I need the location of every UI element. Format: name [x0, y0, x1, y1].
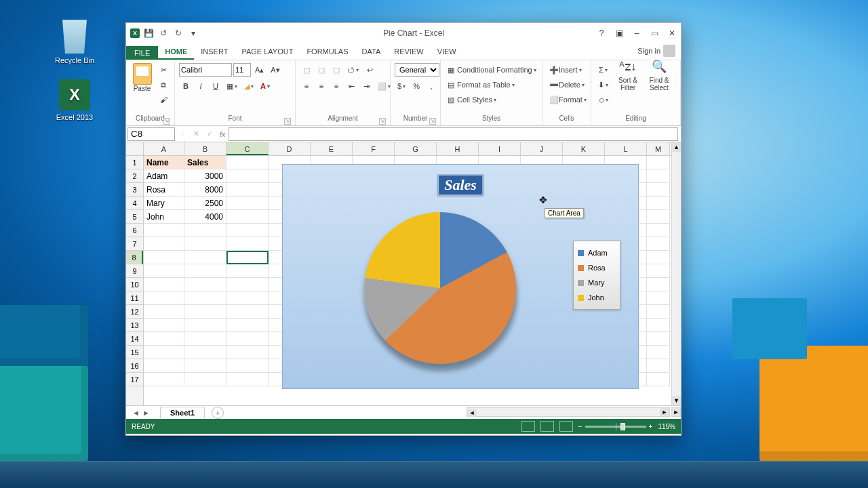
sign-in[interactable]: Sign in	[632, 42, 681, 60]
row-header[interactable]: 14	[126, 332, 143, 346]
cell[interactable]: Sales	[184, 156, 226, 169]
zoom-out-button[interactable]: −	[578, 423, 583, 430]
scroll-left-icon[interactable]: ◄	[467, 409, 477, 417]
row-header[interactable]: 11	[126, 291, 143, 305]
cell[interactable]	[647, 156, 670, 169]
fill-color-button[interactable]: ◢	[241, 79, 256, 93]
cell[interactable]	[184, 251, 226, 264]
cell-styles-button[interactable]: ▧Cell Styles	[445, 93, 540, 106]
alignment-dialog-icon[interactable]: ⇲	[379, 118, 386, 125]
cell[interactable]	[144, 264, 184, 278]
decrease-indent-button[interactable]: ⇤	[344, 79, 358, 93]
format-as-table-button[interactable]: ▤Format as Table	[445, 78, 540, 92]
cell[interactable]	[647, 210, 670, 224]
cell[interactable]	[226, 224, 269, 237]
sort-filter-button[interactable]: ᴬᴢ↓ Sort & Filter	[614, 63, 642, 92]
align-left-button[interactable]: ≡	[300, 79, 313, 93]
percent-button[interactable]: %	[410, 79, 423, 93]
cell[interactable]	[184, 346, 226, 359]
legend-item[interactable]: Rosa	[578, 260, 616, 275]
cell[interactable]	[184, 373, 226, 386]
cell[interactable]	[647, 237, 670, 251]
cell[interactable]	[647, 319, 670, 332]
cell[interactable]	[226, 237, 269, 251]
cell[interactable]: 8000	[184, 183, 226, 197]
align-top-button[interactable]: ⬚	[300, 63, 313, 77]
column-header[interactable]: K	[563, 142, 605, 155]
cell[interactable]: Name	[144, 156, 184, 169]
cell[interactable]	[144, 278, 184, 291]
cell[interactable]	[647, 169, 670, 183]
cell[interactable]	[184, 224, 226, 237]
cell[interactable]: Rosa	[144, 183, 184, 197]
cell[interactable]	[647, 305, 670, 319]
scroll-right-icon[interactable]: ►	[660, 408, 669, 416]
column-header[interactable]: I	[479, 142, 521, 155]
font-name-input[interactable]	[179, 63, 232, 77]
row-header[interactable]: 5	[126, 210, 143, 224]
column-header[interactable]: G	[395, 142, 437, 155]
minimize-button[interactable]: –	[628, 25, 646, 41]
cell[interactable]	[226, 264, 269, 278]
row-header[interactable]: 16	[126, 359, 143, 373]
cell[interactable]	[226, 156, 269, 169]
legend-item[interactable]: John	[578, 290, 616, 305]
sheet-nav-next[interactable]: ►	[142, 409, 150, 417]
paste-button[interactable]: Paste	[130, 63, 154, 92]
cell[interactable]	[144, 224, 184, 237]
tab-view[interactable]: VIEW	[431, 45, 463, 60]
decrease-font-button[interactable]: A▾	[268, 63, 282, 77]
chart-area[interactable]: Sales AdamRosaMaryJohn ✥ Chart Area	[282, 164, 639, 389]
column-header[interactable]: L	[605, 142, 647, 155]
cell[interactable]	[226, 169, 269, 183]
format-cells-button[interactable]: ⬜ Format	[547, 93, 589, 106]
align-bottom-button[interactable]: ⬚	[330, 63, 343, 77]
tab-formulas[interactable]: FORMULAS	[300, 45, 355, 60]
column-header[interactable]: F	[353, 142, 395, 155]
close-button[interactable]: ✕	[663, 25, 681, 41]
clipboard-dialog-icon[interactable]: ⇲	[163, 118, 170, 125]
column-header[interactable]: B	[184, 142, 226, 155]
tab-home[interactable]: HOME	[158, 45, 194, 60]
legend-item[interactable]: Adam	[578, 245, 616, 260]
cell[interactable]	[184, 237, 226, 251]
tab-data[interactable]: DATA	[355, 45, 388, 60]
cell[interactable]	[184, 278, 226, 291]
cell[interactable]	[184, 359, 226, 373]
cell[interactable]: 3000	[184, 169, 226, 183]
taskbar[interactable]	[0, 461, 868, 488]
scroll-down-icon[interactable]: ▼	[672, 396, 681, 405]
increase-indent-button[interactable]: ⇥	[359, 79, 373, 93]
cut-button[interactable]: ✂	[157, 63, 170, 77]
column-header[interactable]: E	[311, 142, 353, 155]
cell[interactable]	[647, 346, 670, 359]
tab-insert[interactable]: INSERT	[194, 45, 235, 60]
column-header[interactable]: H	[437, 142, 479, 155]
cell[interactable]	[144, 237, 184, 251]
italic-button[interactable]: I	[194, 79, 208, 93]
cell[interactable]	[184, 291, 226, 305]
row-header[interactable]: 6	[126, 224, 143, 237]
font-color-button[interactable]: A	[258, 79, 273, 93]
align-right-button[interactable]: ≡	[330, 79, 343, 93]
cell[interactable]	[144, 291, 184, 305]
underline-button[interactable]: U	[209, 79, 222, 93]
cell[interactable]	[144, 251, 184, 264]
row-header[interactable]: 12	[126, 305, 143, 319]
cell[interactable]	[647, 278, 670, 291]
normal-view-button[interactable]	[521, 421, 535, 432]
cell[interactable]	[647, 359, 670, 373]
row-header[interactable]: 8	[126, 251, 143, 264]
tab-review[interactable]: REVIEW	[387, 45, 430, 60]
cell[interactable]	[184, 305, 226, 319]
legend-item[interactable]: Mary	[578, 275, 616, 290]
column-header[interactable]: D	[269, 142, 311, 155]
cell[interactable]	[226, 183, 269, 197]
cell[interactable]	[647, 264, 670, 278]
bold-button[interactable]: B	[179, 79, 193, 93]
scroll-up-icon[interactable]: ▲	[672, 142, 681, 152]
column-header[interactable]: C	[226, 142, 269, 155]
align-middle-button[interactable]: ⬚	[315, 63, 328, 77]
page-layout-view-button[interactable]	[540, 421, 554, 432]
wrap-text-button[interactable]: ↩	[363, 63, 376, 77]
